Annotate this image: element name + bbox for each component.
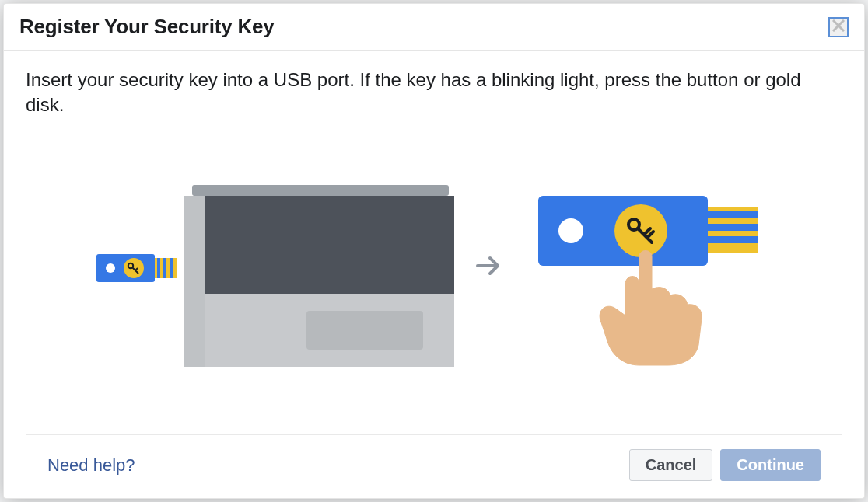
cancel-button[interactable]: Cancel — [629, 449, 713, 481]
svg-rect-13 — [184, 196, 205, 367]
svg-rect-17 — [703, 236, 758, 243]
continue-button[interactable]: Continue — [720, 449, 821, 481]
dialog-title: Register Your Security Key — [19, 15, 275, 39]
illustration-row — [26, 149, 842, 393]
dialog-body: Insert your security key into a USB port… — [4, 51, 864, 434]
footer-buttons: Cancel Continue — [629, 449, 821, 481]
dialog-footer: Need help? Cancel Continue — [26, 434, 842, 498]
svg-point-19 — [558, 218, 583, 243]
svg-rect-16 — [703, 224, 758, 231]
svg-rect-11 — [205, 196, 454, 294]
instruction-text: Insert your security key into a USB port… — [26, 68, 842, 118]
arrow-right-icon — [473, 250, 504, 284]
svg-rect-15 — [703, 211, 758, 218]
svg-rect-12 — [306, 311, 423, 350]
close-button[interactable] — [828, 17, 849, 37]
dialog-header: Register Your Security Key — [4, 4, 864, 51]
svg-rect-6 — [163, 258, 166, 278]
press-key-illustration-icon — [523, 165, 772, 370]
insert-key-illustration-icon — [96, 165, 454, 370]
need-help-link[interactable]: Need help? — [47, 455, 135, 476]
svg-rect-5 — [157, 258, 160, 278]
svg-point-1 — [106, 263, 115, 273]
close-icon — [832, 19, 845, 35]
register-security-key-dialog: Register Your Security Key Insert your s… — [3, 3, 865, 499]
svg-rect-7 — [170, 258, 173, 278]
svg-rect-8 — [192, 185, 449, 196]
